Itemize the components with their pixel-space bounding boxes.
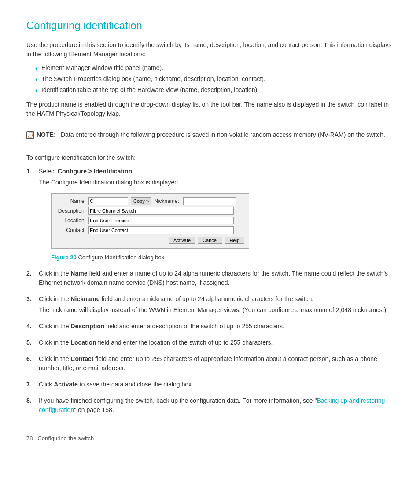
footer-page-num: 78 (26, 435, 33, 441)
step-8-num: 8. (26, 396, 39, 405)
step-8-before: If you have finished configuring the swi… (39, 397, 317, 404)
step-7: 7. Click Activate to save the data and c… (26, 380, 394, 391)
step-1-subtext: The Configure Identification dialog box … (39, 178, 394, 187)
footer-section: Configuring the switch (37, 435, 94, 441)
dialog-label-contact: Contact: (56, 226, 86, 234)
step-2-after: field and enter a name of up to 24 alpha… (39, 270, 388, 286)
step-2-bold: Name (70, 270, 87, 277)
step-1-text: Select Configure > Identification. (39, 167, 394, 176)
step-2-num: 2. (26, 269, 39, 278)
step-1: 1. Select Configure > Identification. Th… (26, 167, 394, 264)
dialog-help-button[interactable]: Help (225, 237, 244, 244)
dialog-input-nickname[interactable] (183, 197, 236, 205)
step-5-after: field and enter the location of the swit… (96, 339, 273, 346)
step-5-content: Click in the Location field and enter th… (39, 338, 394, 349)
step-5-text: Click in the Location field and enter th… (39, 338, 394, 347)
step-2: 2. Click in the Name field and enter a n… (26, 269, 394, 289)
step-4: 4. Click in the Description field and en… (26, 322, 394, 333)
step-5: 5. Click in the Location field and enter… (26, 338, 394, 349)
step-1-bold: Configure > Identification (58, 168, 132, 175)
intro-text: Use the procedure in this section to ide… (26, 40, 394, 59)
dialog-row-contact: Contact: (56, 226, 244, 234)
dialog-input-contact[interactable] (88, 226, 234, 234)
list-item: The Switch Properties dialog box (name, … (35, 74, 394, 84)
step-5-before: Click in the (39, 339, 70, 346)
dialog-input-name[interactable] (88, 197, 128, 205)
dialog-row-description: Description: (56, 207, 244, 215)
step-8-content: If you have finished configuring the swi… (39, 396, 394, 416)
step-1-num: 1. (26, 167, 39, 176)
note-icon: 📋 (26, 131, 34, 139)
note-label-text: NOTE: (37, 130, 56, 140)
step-3: 3. Click in the Nickname field and enter… (26, 294, 394, 316)
step-6-text: Click in the Contact field and enter up … (39, 354, 394, 373)
step-4-before: Click in the (39, 323, 70, 330)
page-footer: 78 Configuring the switch (26, 434, 394, 443)
dialog-row-name: Name: Copy > Nickname: (56, 197, 244, 205)
list-item: Identification table at the top of the H… (35, 85, 394, 95)
step-4-after: field and enter a description of the swi… (104, 323, 284, 330)
note-text: Data entered through the following proce… (61, 130, 385, 140)
figure-caption: Figure 20 Configure Identification dialo… (51, 253, 394, 262)
dialog-label-nickname: Nickname: (154, 197, 181, 205)
step-6: 6. Click in the Contact field and enter … (26, 354, 394, 375)
step-3-bold: Nickname (70, 295, 99, 302)
step-7-text: Click Activate to save the data and clos… (39, 380, 394, 389)
step-5-num: 5. (26, 338, 39, 347)
bullet-list: Element Manager window title panel (name… (35, 63, 394, 95)
steps-intro: To configure identification for the swit… (26, 153, 394, 162)
step-4-bold: Description (70, 323, 104, 330)
step-3-content: Click in the Nickname field and enter a … (39, 294, 394, 316)
step-6-content: Click in the Contact field and enter up … (39, 354, 394, 375)
dialog-activate-button[interactable]: Activate (169, 237, 195, 244)
product-name-note: The product name is enabled through the … (26, 100, 394, 118)
dialog-copy-button[interactable]: Copy > (131, 197, 151, 205)
step-1-text-after: . (132, 168, 134, 175)
step-3-after: field and enter a nickname of up to 24 a… (100, 295, 314, 302)
step-2-text: Click in the Name field and enter a name… (39, 269, 394, 287)
step-8: 8. If you have finished configuring the … (26, 396, 394, 416)
step-7-after: to save the data and close the dialog bo… (78, 381, 193, 388)
step-5-bold: Location (70, 339, 96, 346)
step-4-num: 4. (26, 322, 39, 331)
list-item: Element Manager window title panel (name… (35, 63, 394, 73)
step-4-content: Click in the Description field and enter… (39, 322, 394, 333)
step-2-content: Click in the Name field and enter a name… (39, 269, 394, 289)
dialog-input-location[interactable] (88, 217, 234, 224)
step-7-num: 7. (26, 380, 39, 389)
dialog-label-description: Description: (56, 207, 86, 215)
dialog-row-location: Location: (56, 217, 244, 224)
step-4-text: Click in the Description field and enter… (39, 322, 394, 331)
step-1-text-before: Select (39, 168, 58, 175)
steps-list: 1. Select Configure > Identification. Th… (26, 167, 394, 416)
figure-caption-desc: Configure Identification dialog box (78, 254, 164, 261)
dialog-label-name: Name: (56, 197, 86, 205)
step-8-text: If you have finished configuring the swi… (39, 396, 394, 415)
step-7-before: Click (39, 381, 54, 388)
step-6-bold: Contact (70, 355, 93, 362)
step-3-text: Click in the Nickname field and enter a … (39, 294, 394, 304)
note-label: 📋 NOTE: (26, 130, 57, 140)
page-title: Configuring identification (26, 18, 394, 33)
step-7-content: Click Activate to save the data and clos… (39, 380, 394, 391)
step-1-content: Select Configure > Identification. The C… (39, 167, 394, 264)
step-2-before: Click in the (39, 270, 70, 277)
step-6-before: Click in the (39, 355, 70, 362)
step-3-num: 3. (26, 294, 39, 304)
step-3-subtext: The nickname will display instead of the… (39, 305, 394, 315)
dialog-cancel-button[interactable]: Cancel (198, 237, 222, 244)
dialog-buttons: Activate Cancel Help (56, 237, 244, 244)
step-3-before: Click in the (39, 295, 70, 302)
dialog-box: Name: Copy > Nickname: Description: Loca… (51, 193, 249, 249)
step-8-after: " on page 158. (74, 406, 114, 413)
step-7-bold: Activate (54, 381, 77, 388)
step-6-num: 6. (26, 354, 39, 364)
dialog-input-description[interactable] (88, 207, 234, 215)
dialog-label-location: Location: (56, 217, 86, 224)
figure-label: Figure 20 (51, 254, 77, 261)
note-box: 📋 NOTE: Data entered through the followi… (26, 125, 394, 145)
